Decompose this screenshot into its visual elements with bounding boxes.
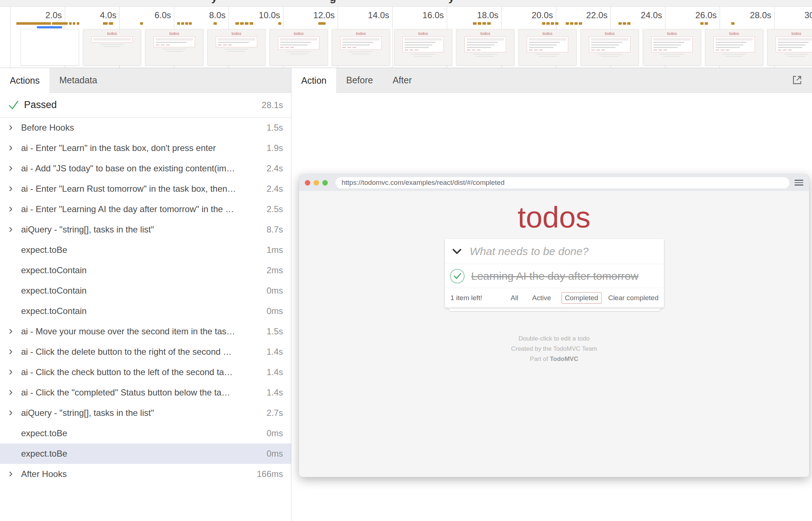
snapshot-tab[interactable]: Before [336, 68, 383, 92]
traffic-light-maximize-icon[interactable] [322, 180, 328, 186]
open-snapshot-external-button[interactable] [792, 75, 803, 87]
clipped-trace-title: y g y [211, 0, 509, 4]
action-list-item[interactable]: › ai - Enter "Learning AI the day after … [0, 199, 291, 219]
action-list-item[interactable]: › ai - Enter "Learn" in the task box, do… [0, 138, 291, 158]
todo-completed-toggle-icon[interactable] [449, 268, 465, 284]
action-list-item[interactable]: expect.toContain 0ms [0, 281, 291, 301]
timeline-tick: 14.0s [392, 7, 393, 68]
left-panel-tab[interactable]: Actions [0, 68, 49, 93]
todomvc-page: todos What needs to be done? [299, 191, 809, 477]
thumbnail-mini-info-line [660, 54, 684, 55]
action-duration: 0ms [267, 428, 283, 438]
thumbnail-todos-title: todos [705, 31, 763, 36]
filmstrip-thumbnail[interactable]: todos [207, 29, 266, 65]
action-list-item[interactable]: › ai - Add "JS today" to base on the exi… [0, 158, 291, 179]
action-list-item[interactable]: expect.toContain 0ms [0, 301, 291, 321]
timeline-tick-label: 14.0s [368, 10, 389, 20]
action-list-item[interactable]: › ai - Click the delete button to the ri… [0, 342, 291, 362]
filmstrip-thumbnail[interactable]: todos [332, 29, 390, 65]
timeline-action-marker [181, 22, 184, 25]
timeline-action-marker [103, 22, 108, 25]
action-label: ai - Enter "Learn Rust tomorrow" in the … [21, 184, 262, 194]
action-list-item[interactable]: › aiQuery - "string[], tasks in the list… [0, 403, 291, 423]
action-list-item[interactable]: › ai - Click the "completed" Status butt… [0, 382, 291, 403]
action-list-item[interactable]: › ai - Click the check button to the lef… [0, 362, 291, 382]
thumbnail-mini-input [591, 38, 628, 40]
filter-button[interactable]: Completed [561, 292, 601, 304]
thumbnail-mini-card [776, 36, 812, 52]
thumbnail-mini-info-line [788, 56, 805, 57]
action-duration: 1.9s [267, 143, 283, 153]
thumbnail-mini-card [340, 36, 382, 50]
action-duration: 1ms [267, 245, 283, 255]
snapshot-content: https://todomvc.com/examples/react/dist/… [291, 93, 812, 521]
timeline-action-marker [487, 22, 491, 25]
thumbnail-mini-input [280, 38, 317, 40]
new-todo-input[interactable]: What needs to be done? [470, 245, 589, 258]
snapshot-tab[interactable]: Action [291, 68, 336, 93]
timeline-tick-label: 12.0s [313, 10, 335, 20]
todo-item-row: Learning AI the day after tomorrow [445, 264, 664, 288]
action-duration: 8.7s [267, 224, 283, 235]
filmstrip-thumbnail[interactable]: todos [581, 29, 639, 65]
thumbnail-todos-title: todos [768, 31, 812, 36]
filmstrip-thumbnail[interactable]: todos [145, 29, 203, 65]
timeline-action-marker [623, 22, 626, 25]
thumbnail-todos-title: todos [146, 31, 203, 36]
timeline-action-marker [551, 22, 554, 25]
filmstrip-thumbnail[interactable]: todos [518, 29, 577, 65]
timeline-action-marker [235, 22, 239, 25]
todo-item-text[interactable]: Learning AI the day after tomorrow [471, 270, 638, 282]
right-tabbar: Action Before After [291, 68, 812, 93]
action-duration: 0ms [267, 449, 283, 459]
action-label: ai - Click the delete button to the righ… [21, 347, 262, 357]
thumbnail-mini-info-line [224, 49, 248, 49]
filmstrip-thumbnail[interactable]: todos [83, 29, 141, 65]
action-list-item[interactable]: › After Hooks 166ms [0, 464, 291, 484]
address-bar[interactable]: https://todomvc.com/examples/react/dist/… [335, 177, 789, 188]
action-label: expect.toBe [21, 449, 262, 459]
traffic-light-minimize-icon[interactable] [314, 180, 319, 186]
action-list-item[interactable]: › ai - Move your mouse over the second i… [0, 321, 291, 342]
thumbnail-mini-info-line [290, 53, 307, 54]
action-list-item[interactable]: › aiQuery - "string[], tasks in the list… [0, 219, 291, 240]
action-list-item[interactable]: expect.toBe 0ms [0, 423, 291, 444]
filmstrip-thumbnail[interactable]: todos [456, 29, 514, 65]
action-list-item[interactable]: expect.toBe 0ms [0, 444, 291, 464]
filmstrip-thumbnail[interactable]: todos [767, 29, 812, 65]
thumbnail-mini-card [91, 36, 133, 43]
thumbnail-todos-title: todos [332, 31, 390, 36]
action-list-item[interactable]: › ai - Enter "Learn Rust tomorrow" in th… [0, 179, 291, 199]
timeline-track[interactable]: 2.0s 4.0s 6.0s 8.0s 10.0s 12.0s 14.0s [0, 7, 812, 68]
filmstrip-thumbnail[interactable]: todos [705, 29, 763, 65]
action-list-item[interactable]: expect.toContain 2ms [0, 260, 291, 281]
toggle-all-chevron-down-icon[interactable] [452, 248, 462, 254]
actions-panel: Actions Metadata Passed 28.1s › Before H… [0, 68, 291, 521]
filter-button[interactable]: Active [529, 292, 554, 304]
thumbnail-todos-title: todos [394, 31, 452, 36]
timeline-action-marker [185, 22, 188, 25]
clear-completed-button[interactable]: Clear completed [608, 294, 658, 302]
timeline-tick-label: 16.0s [422, 10, 444, 20]
timeline-action-marker [700, 22, 704, 25]
todo-card: What needs to be done? Learning AI the d… [445, 239, 664, 307]
snapshot-tab[interactable]: After [383, 68, 422, 92]
thumbnail-todos-title: todos [457, 31, 514, 36]
thumbnail-todos-title: todos [519, 31, 576, 36]
browser-menu-icon[interactable] [795, 178, 803, 187]
filmstrip-thumbnail[interactable]: todos [270, 29, 328, 65]
thumbnail-mini-info-line [663, 56, 680, 57]
filmstrip-thumbnail[interactable]: todos [394, 29, 452, 65]
timeline-action-marker [482, 22, 486, 25]
card-paper-stack [449, 309, 660, 311]
timeline-tick [10, 7, 11, 68]
action-list-item[interactable]: expect.toBe 1ms [0, 240, 291, 260]
action-label: expect.toContain [21, 286, 262, 296]
action-list-item[interactable]: › Before Hooks 1.5s [0, 118, 291, 138]
filmstrip-thumbnail[interactable] [21, 29, 79, 65]
traffic-light-close-icon[interactable] [305, 180, 310, 186]
left-panel-tab[interactable]: Metadata [49, 68, 107, 92]
filmstrip-thumbnail[interactable]: todos [643, 29, 701, 65]
filter-button[interactable]: All [508, 292, 522, 304]
browser-window-snapshot: https://todomvc.com/examples/react/dist/… [299, 174, 809, 477]
